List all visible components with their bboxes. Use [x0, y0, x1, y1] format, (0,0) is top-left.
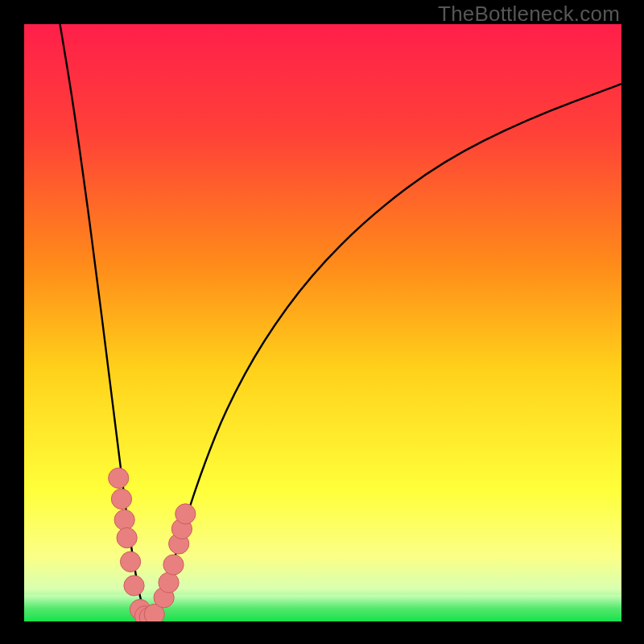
- chart-stage: TheBottleneck.com: [0, 0, 644, 644]
- data-marker: [109, 468, 129, 488]
- data-marker: [124, 576, 144, 596]
- curve-layer: [24, 24, 621, 621]
- data-marker: [117, 528, 137, 548]
- data-marker: [120, 551, 140, 572]
- data-marker: [175, 504, 196, 524]
- data-marker: [114, 510, 134, 530]
- data-marker: [159, 572, 179, 592]
- data-marker: [111, 489, 131, 509]
- watermark-text: TheBottleneck.com: [438, 2, 620, 27]
- plot-area: [24, 24, 621, 621]
- bottleneck-curve: [60, 24, 621, 617]
- data-marker: [163, 555, 184, 575]
